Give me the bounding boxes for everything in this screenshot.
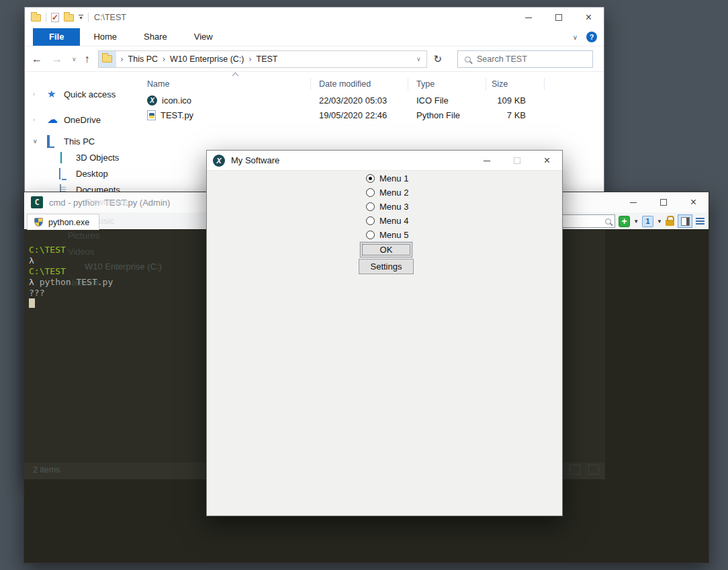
sidebar-toggle-active[interactable] bbox=[678, 214, 692, 228]
column-type[interactable]: Type bbox=[408, 78, 486, 90]
radio-menu-3[interactable]: Menu 3 bbox=[366, 200, 408, 214]
terminal-prompt: λ bbox=[29, 277, 40, 287]
ok-button[interactable]: OK bbox=[360, 242, 412, 257]
radio-label: Menu 1 bbox=[379, 173, 408, 184]
maximize-button[interactable] bbox=[648, 192, 678, 212]
dialog-titlebar: X My Software × bbox=[207, 151, 562, 171]
radio-menu-5[interactable]: Menu 5 bbox=[366, 228, 408, 242]
hamburger-menu-icon[interactable] bbox=[696, 218, 704, 225]
ribbon-tabs: File Home Share View ∨ ? bbox=[25, 28, 604, 46]
breadcrumb-chevron[interactable]: › bbox=[244, 54, 257, 64]
column-date-modified[interactable]: Date modified bbox=[311, 78, 408, 90]
minimize-button[interactable] bbox=[513, 7, 543, 28]
console-number-button[interactable]: 1 bbox=[642, 216, 653, 227]
chevron-right-icon[interactable]: › bbox=[33, 91, 35, 97]
column-size[interactable]: Size bbox=[486, 78, 545, 90]
radio-label: Menu 3 bbox=[379, 202, 408, 212]
console-list-dropdown-icon[interactable]: ▼ bbox=[657, 218, 662, 225]
maximize-button[interactable] bbox=[543, 7, 574, 28]
desktop-icon bbox=[59, 168, 60, 179]
radio-menu-4[interactable]: Menu 4 bbox=[366, 214, 408, 228]
sidebar-label: This PC bbox=[64, 136, 95, 147]
chevron-right-icon[interactable]: › bbox=[33, 116, 35, 123]
recent-locations-icon[interactable]: ∨ bbox=[72, 56, 77, 63]
close-button[interactable]: × bbox=[532, 151, 562, 171]
dialog-window-controls: × bbox=[471, 151, 562, 171]
breadcrumb-drive[interactable]: W10 Enterprise (C:) bbox=[170, 54, 244, 64]
file-date: 19/05/2020 22:46 bbox=[311, 110, 408, 120]
forward-button: → bbox=[52, 54, 62, 65]
up-button[interactable]: ↑ bbox=[85, 54, 90, 65]
file-row-icon-ico[interactable]: X icon.ico 22/03/2020 05:03 ICO File 109… bbox=[139, 93, 604, 108]
sidebar-item-quick-access[interactable]: › ★ Quick access bbox=[25, 86, 139, 102]
tab-share[interactable]: Share bbox=[130, 28, 181, 46]
new-console-dropdown-icon[interactable]: ▼ bbox=[633, 218, 639, 225]
quick-access-icon: ★ bbox=[47, 89, 58, 99]
quick-access-toolbar: ▾ bbox=[25, 13, 89, 22]
file-row-test-py[interactable]: TEST.py 19/05/2020 22:46 Python File 7 K… bbox=[139, 108, 604, 122]
collapse-ribbon-icon[interactable]: ∨ bbox=[573, 34, 578, 41]
sidebar-item-desktop[interactable]: Desktop bbox=[25, 165, 139, 181]
minimize-button[interactable] bbox=[471, 151, 502, 171]
radio-menu-1[interactable]: Menu 1 bbox=[366, 171, 408, 186]
radio-button[interactable] bbox=[366, 188, 375, 197]
radio-button-selected[interactable] bbox=[366, 174, 375, 183]
terminal-cursor bbox=[29, 298, 35, 308]
chevron-down-icon[interactable]: ∨ bbox=[33, 138, 38, 145]
explorer-app-icon bbox=[31, 14, 41, 22]
cmd-window-controls: × bbox=[618, 192, 709, 212]
address-dropdown-icon[interactable]: ∨ bbox=[416, 56, 421, 63]
file-list-header: Name Date modified Type Size bbox=[139, 75, 604, 93]
breadcrumb-this-pc[interactable]: This PC bbox=[128, 54, 158, 64]
address-breadcrumb[interactable]: › This PC › W10 Enterprise (C:) › TEST ∨ bbox=[98, 50, 427, 68]
terminal-prompt: λ bbox=[29, 255, 34, 266]
this-pc-icon bbox=[47, 135, 50, 148]
new-console-button[interactable]: + bbox=[619, 216, 630, 227]
ghost-view-toggle-icons bbox=[570, 464, 599, 475]
breadcrumb-chevron[interactable]: › bbox=[116, 54, 128, 64]
file-type: Python File bbox=[408, 110, 486, 120]
search-input[interactable] bbox=[477, 54, 578, 64]
sidebar-item-this-pc[interactable]: ∨ This PC bbox=[25, 133, 139, 149]
sidebar-item-3d-objects[interactable]: 3D Objects bbox=[25, 149, 139, 165]
sidebar-label: Desktop bbox=[76, 169, 108, 179]
sidebar-label: 3D Objects bbox=[76, 153, 119, 163]
properties-icon[interactable] bbox=[51, 13, 59, 22]
menu-radio-group: Menu 1 Menu 2 Menu 3 Menu 4 Menu 5 bbox=[366, 171, 408, 242]
python-file-icon bbox=[147, 110, 156, 120]
panel-icon bbox=[681, 217, 690, 226]
explorer-window-controls: × bbox=[513, 7, 604, 28]
terminal-path-line: C:\TEST bbox=[29, 266, 66, 276]
minimize-button[interactable] bbox=[618, 192, 648, 212]
radio-button[interactable] bbox=[366, 216, 375, 225]
breadcrumb-test[interactable]: TEST bbox=[257, 54, 278, 64]
radio-label: Menu 5 bbox=[379, 230, 408, 240]
location-folder-icon[interactable] bbox=[99, 51, 116, 67]
radio-button[interactable] bbox=[366, 231, 375, 239]
tab-file[interactable]: File bbox=[33, 28, 80, 46]
file-size: 7 KB bbox=[486, 110, 545, 120]
tab-view[interactable]: View bbox=[181, 28, 226, 46]
close-button[interactable]: × bbox=[574, 7, 604, 28]
separator bbox=[46, 13, 46, 22]
ghost-thumbnail-view-icon bbox=[588, 464, 599, 475]
close-button[interactable]: × bbox=[678, 192, 709, 212]
refresh-icon[interactable]: ↻ bbox=[434, 53, 443, 65]
radio-menu-2[interactable]: Menu 2 bbox=[366, 186, 408, 200]
tab-python-exe[interactable]: python.exe bbox=[27, 214, 99, 230]
settings-button[interactable]: Settings bbox=[359, 259, 414, 274]
new-folder-icon[interactable] bbox=[64, 14, 74, 22]
uac-shield-icon bbox=[34, 218, 43, 227]
customize-toolbar-icon[interactable]: ▾ bbox=[79, 15, 83, 20]
back-button[interactable]: ← bbox=[32, 54, 42, 65]
explorer-search-box[interactable] bbox=[457, 50, 593, 68]
breadcrumb-chevron[interactable]: › bbox=[158, 54, 170, 64]
radio-button[interactable] bbox=[366, 202, 375, 211]
help-button[interactable]: ? bbox=[586, 32, 597, 42]
tab-home[interactable]: Home bbox=[80, 28, 130, 46]
terminal-output-line: ??? bbox=[29, 288, 44, 298]
file-name: icon.ico bbox=[162, 95, 191, 106]
lock-icon[interactable] bbox=[666, 220, 674, 226]
column-name[interactable]: Name bbox=[139, 78, 311, 90]
sidebar-item-onedrive[interactable]: › ☁ OneDrive bbox=[25, 112, 139, 128]
